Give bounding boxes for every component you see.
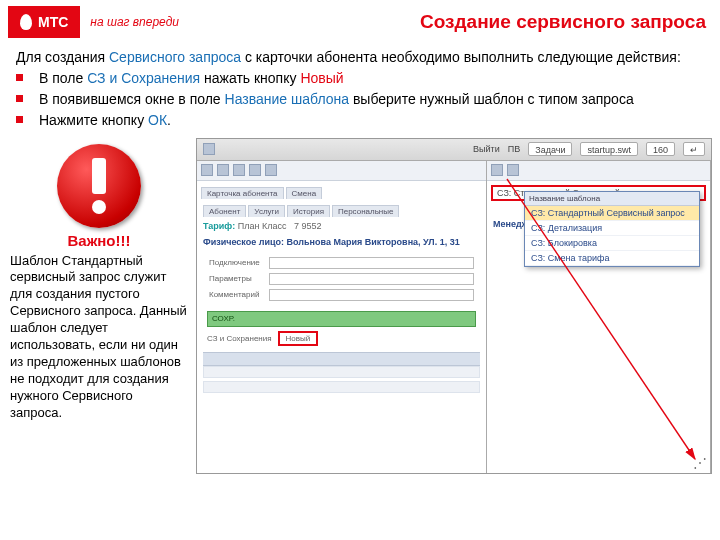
warning-column: Важно!!! Шаблон Стандартный сервисный за…	[8, 138, 190, 474]
grid-row	[203, 366, 480, 378]
warning-icon	[57, 144, 141, 228]
resize-handle-icon[interactable]: ⋰	[693, 455, 707, 471]
dropdown-item[interactable]: СЗ: Смена тарифа	[525, 251, 699, 266]
startup-field[interactable]: startup.swt	[580, 142, 638, 156]
toolbar-icon[interactable]	[265, 164, 277, 176]
top-label-pv: ПВ	[508, 144, 520, 154]
right-pane: СЗ: Стандартный Сервисный запрос Менедже…	[487, 161, 711, 473]
bullet-3: Нажмите кнопку ОК.	[16, 111, 704, 130]
intro-link: Сервисного запроса	[109, 49, 241, 65]
subtab[interactable]: Персональные	[332, 205, 400, 217]
tariff-line: Тариф: План Класс 7 9552	[203, 221, 480, 231]
bullet-icon	[16, 74, 23, 81]
toolbar-icon[interactable]	[201, 164, 213, 176]
bullet-icon	[16, 116, 23, 123]
warning-text: Шаблон Стандартный сервисный запрос служ…	[8, 253, 190, 422]
grid-row	[203, 381, 480, 393]
app-screenshot: Выйти ПВ Задачи startup.swt 160 ↵ Карточ…	[196, 138, 712, 474]
subtab[interactable]: Услуги	[248, 205, 285, 217]
intro-line: Для создания Сервисного запроса с карточ…	[16, 48, 704, 67]
count-field: 160	[646, 142, 675, 156]
left-sub-tabs: Абонент Услуги История Персональные	[203, 205, 480, 217]
saved-bar: СОХР.	[207, 311, 476, 327]
toolbar-icon[interactable]	[217, 164, 229, 176]
instructions-block: Для создания Сервисного запроса с карточ…	[0, 44, 720, 138]
logout-link[interactable]: Выйти	[473, 144, 500, 154]
subtab[interactable]: Абонент	[203, 205, 246, 217]
tasks-field[interactable]: Задачи	[528, 142, 572, 156]
new-button[interactable]: Новый	[278, 331, 319, 346]
bullet-icon	[16, 95, 23, 102]
app-topbar: Выйти ПВ Задачи startup.swt 160 ↵	[197, 139, 711, 161]
dropdown-item[interactable]: СЗ: Стандартный Сервисный запрос	[525, 206, 699, 221]
brand-name: МТС	[38, 14, 68, 30]
go-button[interactable]: ↵	[683, 142, 705, 156]
right-toolbar	[487, 161, 710, 181]
bullet-2: В появившемся окне в поле Название шабло…	[16, 90, 704, 109]
field-params[interactable]	[269, 273, 474, 285]
left-pane: Карточка абонента Смена Абонент Услуги И…	[197, 161, 487, 473]
left-toolbar	[197, 161, 486, 181]
bullet-1: В поле СЗ и Сохранения нажать кнопку Нов…	[16, 69, 704, 88]
subtab[interactable]: История	[287, 205, 330, 217]
dropdown-item[interactable]: СЗ: Детализация	[525, 221, 699, 236]
toolbar-icon[interactable]	[507, 164, 519, 176]
brand-slogan: на шаг впереди	[90, 15, 179, 29]
field-comment[interactable]	[269, 289, 474, 301]
egg-icon	[20, 14, 32, 30]
grid-header	[203, 352, 480, 366]
tab-card[interactable]: Карточка абонента	[201, 187, 284, 199]
left-main-tabs: Карточка абонента Смена	[201, 187, 482, 199]
app-menu-icon[interactable]	[203, 143, 215, 155]
toolbar-icon[interactable]	[249, 164, 261, 176]
dropdown-item[interactable]: СЗ: Блокировка	[525, 236, 699, 251]
mts-logo: МТС	[8, 6, 80, 38]
field-connect[interactable]	[269, 257, 474, 269]
dropdown-header: Название шаблона	[525, 192, 699, 206]
toolbar-icon[interactable]	[233, 164, 245, 176]
tab-shift[interactable]: Смена	[286, 187, 323, 199]
page-title: Создание сервисного запроса	[420, 11, 706, 33]
warning-title: Важно!!!	[8, 232, 190, 249]
subscriber-header: Физическое лицо: Вольнова Мария Викторов…	[203, 237, 480, 247]
slide-header: МТС на шаг впереди Создание сервисного з…	[0, 0, 720, 44]
sr-section: СЗ и Сохранения Новый	[207, 331, 476, 346]
toolbar-icon[interactable]	[491, 164, 503, 176]
template-dropdown[interactable]: Название шаблона СЗ: Стандартный Сервисн…	[524, 191, 700, 267]
